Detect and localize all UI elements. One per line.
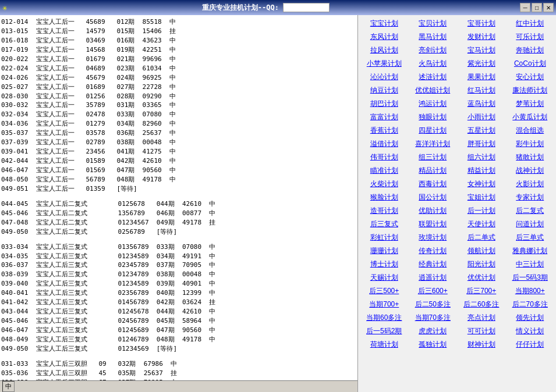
plan-button[interactable]: 后二单式 <box>458 231 505 244</box>
plan-button[interactable]: 宝马计划 <box>458 44 505 56</box>
plan-button[interactable]: 发财计划 <box>458 31 505 43</box>
plan-button[interactable]: 可可计划 <box>458 325 505 337</box>
plan-button[interactable]: 国公计划 <box>409 191 457 204</box>
plan-button[interactable]: 火柴计划 <box>360 178 408 190</box>
plan-button[interactable]: 独眼计划 <box>409 111 457 123</box>
plan-button[interactable]: 混合组选 <box>507 124 554 137</box>
plan-button[interactable]: 当期800+ <box>507 285 554 297</box>
plan-button[interactable]: 胡巴计划 <box>360 98 408 110</box>
plan-button[interactable]: 仔仔计划 <box>507 338 554 351</box>
plan-button[interactable]: 后二70多注 <box>507 298 554 311</box>
plan-button[interactable]: 财神计划 <box>458 338 505 351</box>
plan-button[interactable]: 后三单式 <box>507 231 554 244</box>
plan-button[interactable]: 鸿运计划 <box>409 98 457 110</box>
plan-button[interactable]: 后三复式 <box>360 218 408 230</box>
plan-button[interactable]: 宝贝计划 <box>409 17 457 30</box>
left-scroll-area[interactable]: 012-014 宝宝人工后一 45689 012期 85518 中013-015… <box>0 15 357 392</box>
plan-button[interactable]: 小黄瓜计划 <box>507 111 554 123</box>
plan-button[interactable]: 瞄准计划 <box>360 165 408 177</box>
plan-button[interactable]: 紫光计划 <box>458 58 505 70</box>
plan-button[interactable]: 述涟计划 <box>409 71 457 83</box>
plan-button[interactable]: 精益计划 <box>458 165 505 177</box>
plan-button[interactable]: 后三500+ <box>360 285 408 297</box>
plan-button[interactable]: 天赐计划 <box>360 272 408 284</box>
plan-button[interactable]: 宝宝计划 <box>360 17 408 30</box>
plan-button[interactable]: 后二复式 <box>507 205 554 217</box>
plan-button[interactable]: 当期60多注 <box>360 312 408 324</box>
plan-button[interactable]: 香蕉计划 <box>360 124 408 137</box>
plan-button[interactable]: 后三700+ <box>458 285 505 297</box>
plan-button[interactable]: 沁沁计划 <box>360 71 408 83</box>
plan-button[interactable]: 五星计划 <box>458 124 505 137</box>
plan-button[interactable]: 天使计划 <box>458 218 505 230</box>
plan-button[interactable]: 亮剑计划 <box>409 44 457 56</box>
plan-button[interactable]: 情义计划 <box>507 325 554 337</box>
plan-button[interactable]: 富富计划 <box>360 111 408 123</box>
plan-button[interactable]: 虎虎计划 <box>409 325 457 337</box>
plan-button[interactable]: 经典计划 <box>409 258 457 270</box>
plan-button[interactable]: 安心计划 <box>507 71 554 83</box>
plan-button[interactable]: 联盟计划 <box>409 218 457 230</box>
plan-button[interactable]: 优优姐计划 <box>409 84 457 97</box>
plan-button[interactable]: 传奇计划 <box>409 245 457 257</box>
plan-button[interactable]: 精品计划 <box>409 165 457 177</box>
plan-button[interactable]: 后二50多注 <box>409 298 457 311</box>
plan-button[interactable]: 红马计划 <box>458 84 505 97</box>
plan-button[interactable]: 奔驰计划 <box>507 44 554 56</box>
plan-button[interactable]: 珊珊计划 <box>360 245 408 257</box>
plan-button[interactable]: 梦苇计划 <box>507 98 554 110</box>
plan-button[interactable]: 胖哥计划 <box>458 138 505 150</box>
plan-button[interactable]: 纳豆计划 <box>360 84 408 97</box>
plan-button[interactable]: 喜洋洋计划 <box>409 138 457 150</box>
plan-button[interactable]: 宝姐计划 <box>458 191 505 204</box>
plan-button[interactable]: 小雨计划 <box>458 111 505 123</box>
minimize-button[interactable]: ─ <box>520 3 530 12</box>
plan-button[interactable]: 玫境计划 <box>409 231 457 244</box>
plan-button[interactable]: 黑马计划 <box>409 31 457 43</box>
plan-button[interactable]: 彩虹计划 <box>360 231 408 244</box>
plan-button[interactable]: 火影计划 <box>507 178 554 190</box>
plan-button[interactable]: 果果计划 <box>458 71 505 83</box>
plan-button[interactable]: 阳光计划 <box>458 258 505 270</box>
plan-button[interactable]: 后一5码2期 <box>360 325 408 337</box>
close-button[interactable]: ✕ <box>543 3 554 12</box>
qq-input[interactable] <box>283 3 330 12</box>
plan-button[interactable]: CoCo计划 <box>507 58 554 70</box>
plan-button[interactable]: 伟哥计划 <box>360 151 408 163</box>
plan-button[interactable]: 后二60多注 <box>458 298 505 311</box>
plan-button[interactable]: 博士计划 <box>360 258 408 270</box>
plan-button[interactable]: 领航计划 <box>458 245 505 257</box>
plan-button[interactable]: 红中计划 <box>507 17 554 30</box>
plan-button[interactable]: 猴脸计划 <box>360 191 408 204</box>
plan-button[interactable]: 优助计划 <box>409 205 457 217</box>
plan-button[interactable]: 孤独计划 <box>409 338 457 351</box>
plan-button[interactable]: 领先计划 <box>507 312 554 324</box>
plan-button[interactable]: 蓝鸟计划 <box>458 98 505 110</box>
plan-button[interactable]: 彩牛计划 <box>507 138 554 150</box>
plan-button[interactable]: 小苹果计划 <box>360 58 408 70</box>
plan-button[interactable]: 当期700+ <box>360 298 408 311</box>
plan-button[interactable]: 东风计划 <box>360 31 408 43</box>
plan-button[interactable]: 优优计划 <box>458 272 505 284</box>
plan-button[interactable]: 中三计划 <box>507 258 554 270</box>
plan-button[interactable]: 火鸟计划 <box>409 58 457 70</box>
plan-button[interactable]: 拉风计划 <box>360 44 408 56</box>
plan-button[interactable]: 四星计划 <box>409 124 457 137</box>
plan-button[interactable]: 问道计划 <box>507 218 554 230</box>
plan-button[interactable]: 造哥计划 <box>360 205 408 217</box>
plan-button[interactable]: 后一5码3期 <box>507 272 554 284</box>
plan-button[interactable]: 廉法师计划 <box>507 84 554 97</box>
plan-button[interactable]: 女神计划 <box>458 178 505 190</box>
plan-button[interactable]: 溢借计划 <box>360 138 408 150</box>
plan-button[interactable]: 逍遥计划 <box>409 272 457 284</box>
plan-button[interactable]: 战神计划 <box>507 165 554 177</box>
plan-button[interactable]: 西毒计划 <box>409 178 457 190</box>
plan-button[interactable]: 亮点计划 <box>458 312 505 324</box>
right-panel[interactable]: 宝宝计划宝贝计划宝哥计划红中计划东风计划黑马计划发财计划可乐计划拉风计划亮剑计划… <box>358 15 556 392</box>
plan-button[interactable]: 可乐计划 <box>507 31 554 43</box>
plan-button[interactable]: 猪敢计划 <box>507 151 554 163</box>
maximize-button[interactable]: □ <box>532 3 542 12</box>
plan-button[interactable]: 当期70多注 <box>409 312 457 324</box>
plan-button[interactable]: 组三计划 <box>409 151 457 163</box>
plan-button[interactable]: 荷塘计划 <box>360 338 408 351</box>
